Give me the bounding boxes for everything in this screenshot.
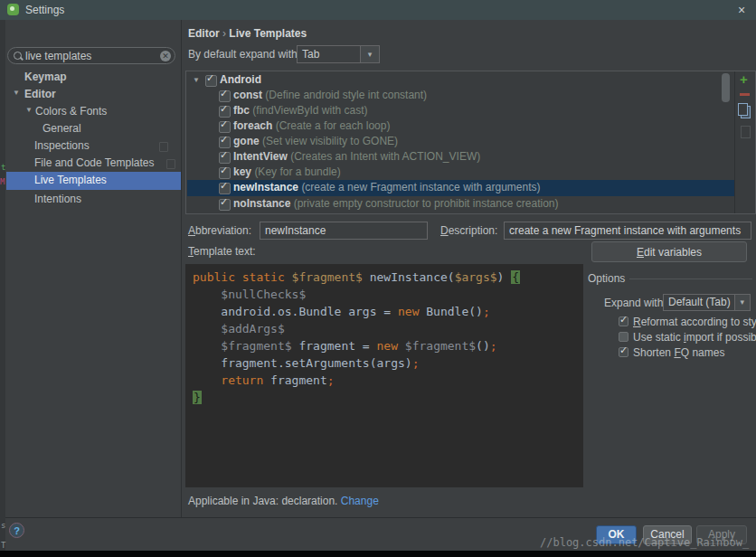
edit-variables-button[interactable]: Edit variables <box>591 241 747 262</box>
restore-defaults-icon[interactable] <box>741 126 751 138</box>
template-row-intentview[interactable]: ✓ IntentView (Creates an Intent with ACT… <box>187 149 734 165</box>
template-row-gone[interactable]: ✓ gone (Set view visibility to GONE) <box>187 134 734 149</box>
modified-indicator-icon <box>166 159 175 169</box>
template-checkbox[interactable]: ✓ <box>219 121 231 133</box>
edge-glyph: M <box>0 177 5 186</box>
edge-glyph: T <box>1 541 5 550</box>
template-checkbox[interactable]: ✓ <box>219 183 231 194</box>
left-edge-strip <box>0 20 5 551</box>
sidebar-item-editor[interactable]: Editor <box>24 86 56 103</box>
template-group-row[interactable]: ▼ ✓ Android <box>187 72 734 88</box>
cancel-button[interactable]: Cancel <box>643 525 692 544</box>
template-checkbox[interactable]: ✓ <box>219 106 231 118</box>
breadcrumb-current: Live Templates <box>229 27 307 40</box>
sidebar-item-intentions[interactable]: Intentions <box>34 191 81 208</box>
edge-glyph: s <box>1 521 5 530</box>
expand-with-select[interactable]: Default (Tab) ▾ <box>663 294 751 311</box>
sidebar-item-inspections[interactable]: Inspections <box>34 137 90 155</box>
template-editor[interactable]: public static $fragment$ newInstance($ar… <box>185 264 583 487</box>
chevron-down-icon[interactable]: ▼ <box>13 89 20 97</box>
sidebar-item-keymap[interactable]: Keymap <box>24 69 67 86</box>
template-text-label: Template text: <box>188 245 256 258</box>
expand-with-label: Expand with <box>604 297 663 309</box>
default-expand-value: Tab <box>298 46 360 62</box>
duplicate-template-icon[interactable] <box>741 106 751 118</box>
description-label: Description: <box>440 224 497 237</box>
applicable-text: Applicable in Java: declaration. <box>188 495 337 507</box>
search-value: live templates <box>25 50 91 62</box>
shorten-fq-checkbox[interactable]: ✓ <box>619 347 628 357</box>
template-row-key[interactable]: ✓ key (Key for a bundle) <box>187 165 734 180</box>
template-row-newinstance[interactable]: ✓ newInstance (create a new Fragment ins… <box>187 180 734 196</box>
static-import-checkbox[interactable] <box>619 332 628 342</box>
options-group-title: Options <box>588 272 625 285</box>
abbreviation-label: Abbreviation: <box>188 224 251 237</box>
template-editor-code: public static $fragment$ newInstance($ar… <box>193 269 583 406</box>
group-checkbox[interactable]: ✓ <box>205 75 217 87</box>
applicable-line: Applicable in Java: declaration. Change <box>188 495 379 507</box>
help-button[interactable]: ? <box>9 523 24 538</box>
group-name: Android <box>220 73 261 86</box>
clear-search-icon[interactable]: ✕ <box>160 51 171 61</box>
expand-with-value: Default (Tab) <box>664 295 734 310</box>
shorten-fq-label: Shorten FQ names <box>633 346 724 359</box>
ok-button[interactable]: OK <box>596 525 637 544</box>
description-field[interactable]: create a new Fragment instance with argu… <box>504 222 751 240</box>
apply-button[interactable]: Apply <box>696 525 747 544</box>
template-row-const[interactable]: ✓ const (Define android style int consta… <box>187 88 734 103</box>
chevron-down-icon[interactable]: ▾ <box>734 295 750 310</box>
chevron-down-icon[interactable]: ▼ <box>193 76 200 84</box>
sidebar-item-file-code-templates[interactable]: File and Code Templates <box>34 155 155 172</box>
add-template-icon[interactable]: + <box>740 71 748 87</box>
template-list: ▼ ✓ Android ✓ const (Define android styl… <box>185 71 756 214</box>
default-expand-label: By default expand with <box>188 48 298 61</box>
breadcrumb-separator: › <box>222 27 226 40</box>
bottom-black-strip <box>0 551 756 557</box>
default-expand-select[interactable]: Tab ▾ <box>297 45 380 63</box>
options-group-line <box>629 278 752 279</box>
template-checkbox[interactable]: ✓ <box>219 90 231 102</box>
chevron-down-icon[interactable]: ▾ <box>360 46 379 62</box>
settings-app-icon <box>7 4 19 15</box>
sidebar-item-colors-fonts[interactable]: Colors & Fonts <box>35 103 107 120</box>
static-import-label: Use static import if possible <box>633 331 756 344</box>
chevron-down-icon[interactable]: ▼ <box>25 106 33 114</box>
close-icon[interactable]: × <box>732 2 751 18</box>
list-scrollbar[interactable] <box>722 73 730 102</box>
settings-sidebar: live templates ✕ Keymap ▼ Editor ▼ Color… <box>0 20 182 517</box>
settings-search-input[interactable]: live templates ✕ <box>7 47 175 64</box>
abbreviation-field[interactable]: newInstance <box>260 222 428 240</box>
template-row-fbc[interactable]: ✓ fbc (findViewById with cast) <box>187 103 734 118</box>
template-checkbox[interactable]: ✓ <box>219 137 231 148</box>
template-row-noinstance[interactable]: ✓ noInstance (private empty constructor … <box>187 196 734 212</box>
edge-glyph: t <box>1 163 5 172</box>
template-checkbox[interactable]: ✓ <box>219 199 231 211</box>
window-title: Settings <box>25 4 64 16</box>
list-toolbar: + <box>734 71 756 213</box>
sidebar-item-general[interactable]: General <box>43 120 81 137</box>
remove-template-icon[interactable] <box>740 93 750 96</box>
template-row-foreach[interactable]: ✓ foreach (Create a for each loop) <box>187 118 734 134</box>
breadcrumb-parent: Editor <box>188 27 220 40</box>
reformat-label: Reformat according to style <box>633 316 756 328</box>
change-link[interactable]: Change <box>341 495 379 507</box>
reformat-checkbox[interactable]: ✓ <box>619 316 628 326</box>
title-bar: Settings × <box>0 0 756 20</box>
template-checkbox[interactable]: ✓ <box>219 167 231 179</box>
modified-indicator-icon <box>159 142 168 152</box>
search-icon <box>14 52 22 60</box>
template-checkbox[interactable]: ✓ <box>219 152 231 164</box>
breadcrumb: Editor › Live Templates <box>188 27 307 40</box>
sidebar-item-live-templates[interactable]: Live Templates <box>34 172 107 189</box>
